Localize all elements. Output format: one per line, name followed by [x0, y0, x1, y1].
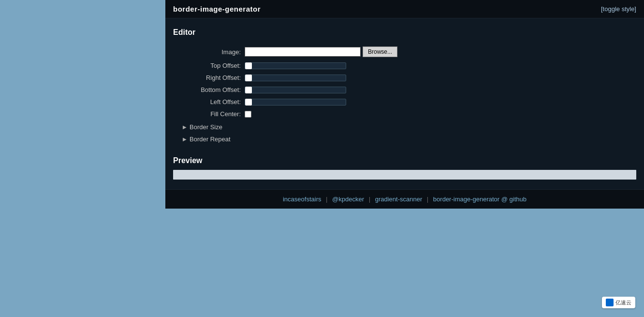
footer-link-gradient-scanner[interactable]: gradient-scanner [375, 196, 423, 203]
border-repeat-arrow: ▶ [183, 136, 187, 142]
header: border-image-generator [toggle style] [165, 0, 644, 18]
right-offset-slider[interactable] [245, 75, 346, 81]
app-title: border-image-generator [173, 5, 261, 13]
right-offset-row: Right Offset: [183, 74, 636, 81]
image-row: Image: Browse... [183, 46, 636, 57]
watermark-icon [606, 299, 614, 306]
preview-bar [173, 170, 636, 180]
fill-center-checkbox[interactable] [245, 111, 251, 118]
footer-sep-2: | [369, 196, 372, 203]
footer-link-incaseofstairs[interactable]: incaseofstairs [283, 196, 321, 203]
top-offset-slider[interactable] [245, 62, 346, 69]
bottom-offset-row: Bottom Offset: [183, 86, 636, 93]
footer-link-github[interactable]: border-image-generator @ github [433, 196, 527, 203]
right-offset-label: Right Offset: [183, 74, 241, 81]
border-size-collapsible[interactable]: ▶ Border Size [183, 122, 636, 132]
fill-center-label: Fill Center: [183, 110, 241, 118]
image-label: Image: [183, 48, 241, 56]
editor-section: Editor Image: Browse... Top Offset: Righ… [165, 18, 644, 156]
bottom-offset-label: Bottom Offset: [183, 86, 241, 93]
border-repeat-collapsible[interactable]: ▶ Border Repeat [183, 135, 636, 144]
editor-form: Image: Browse... Top Offset: Right Offse… [183, 46, 636, 144]
browse-button[interactable]: Browse... [363, 46, 397, 57]
left-offset-label: Left Offset: [183, 98, 241, 106]
top-offset-row: Top Offset: [183, 62, 636, 69]
footer-link-kpdecker[interactable]: @kpdecker [332, 196, 364, 203]
watermark: 亿速云 [602, 297, 635, 308]
left-offset-slider[interactable] [245, 99, 346, 106]
preview-heading: Preview [173, 156, 636, 165]
editor-heading: Editor [173, 28, 636, 37]
border-repeat-label: Border Repeat [190, 136, 231, 143]
toggle-style-link[interactable]: [toggle style] [601, 5, 636, 13]
image-input[interactable] [245, 47, 361, 57]
footer: incaseofstairs | @kpdecker | gradient-sc… [165, 189, 644, 209]
watermark-text: 亿速云 [615, 299, 631, 306]
border-size-label: Border Size [190, 123, 222, 131]
bottom-offset-slider[interactable] [245, 87, 346, 93]
border-size-arrow: ▶ [183, 124, 187, 130]
fill-center-row: Fill Center: [183, 110, 636, 118]
footer-sep-3: | [427, 196, 430, 203]
app-wrapper: border-image-generator [toggle style] Ed… [0, 0, 644, 317]
top-offset-label: Top Offset: [183, 62, 241, 69]
main-container: border-image-generator [toggle style] Ed… [165, 0, 644, 209]
footer-sep-1: | [326, 196, 329, 203]
left-offset-row: Left Offset: [183, 98, 636, 106]
preview-section: Preview [165, 156, 644, 189]
